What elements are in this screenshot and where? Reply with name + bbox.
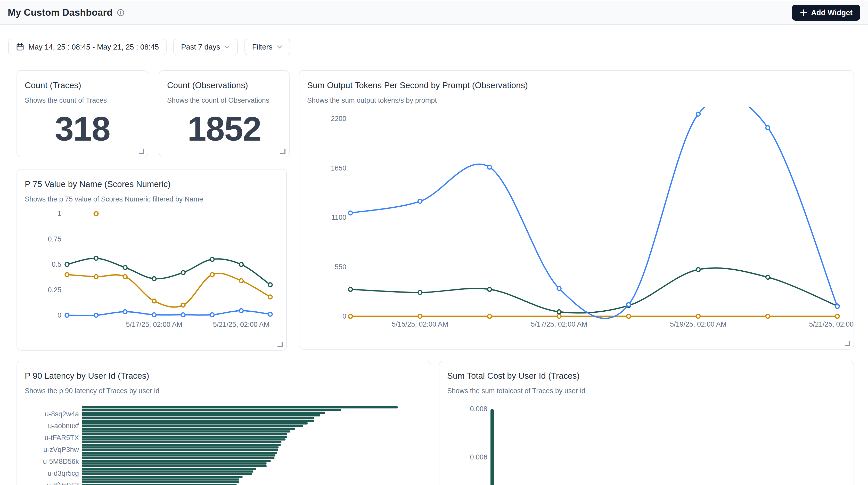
x-axis-tick: 5/21/25, 02:00 AM bbox=[213, 321, 270, 328]
point-series-amber bbox=[123, 275, 127, 279]
widget-title: Sum Total Cost by User Id (Traces) bbox=[447, 371, 580, 381]
widget-title: Count (Traces) bbox=[25, 81, 81, 90]
latency-bar bbox=[82, 468, 256, 470]
y-axis-tick: 0.006 bbox=[470, 453, 487, 461]
x-axis-tick: 5/21/25, 02:00 AM bbox=[809, 321, 854, 328]
y-axis-tick: 0.25 bbox=[48, 286, 61, 294]
add-widget-label: Add Widget bbox=[811, 8, 852, 17]
latency-bar bbox=[82, 412, 325, 414]
y-axis-tick: 0 bbox=[342, 312, 346, 320]
point-series-teal bbox=[696, 268, 700, 271]
latency-bar bbox=[82, 409, 341, 411]
latency-bar bbox=[82, 406, 398, 408]
point-series-teal bbox=[239, 263, 243, 267]
widget-subtitle: Shows the p 90 latency of Traces by user… bbox=[25, 387, 159, 395]
point-series-amber bbox=[210, 273, 214, 277]
filters-dropdown[interactable]: Filters bbox=[245, 39, 290, 55]
y-axis-tick: 1 bbox=[58, 210, 61, 217]
point-series-blue bbox=[418, 200, 422, 203]
latency-bar bbox=[82, 452, 277, 454]
point-series-teal bbox=[181, 271, 185, 274]
widget-title: P 90 Latency by User Id (Traces) bbox=[25, 371, 149, 381]
date-range-picker[interactable]: May 14, 25 : 08:45 - May 21, 25 : 08:45 bbox=[8, 39, 166, 55]
latency-bar bbox=[82, 414, 320, 416]
point-series-teal bbox=[152, 277, 156, 281]
point-single-point-amber bbox=[94, 212, 98, 216]
x-axis-tick: 5/17/25, 02:00 AM bbox=[126, 321, 182, 328]
latency-bar bbox=[82, 441, 281, 443]
add-widget-button[interactable]: Add Widget bbox=[792, 5, 860, 21]
widget-subtitle: Shows the sum output tokens/s by prompt bbox=[307, 96, 437, 104]
y-axis-tick: 0.75 bbox=[48, 235, 61, 243]
point-series-teal bbox=[349, 287, 352, 291]
latency-bar bbox=[82, 478, 239, 480]
latency-bar bbox=[82, 438, 285, 441]
point-series-amber bbox=[696, 314, 700, 319]
latency-bar bbox=[82, 420, 314, 422]
point-series-blue bbox=[152, 313, 156, 317]
point-series-teal bbox=[210, 257, 214, 261]
point-series-blue bbox=[239, 309, 243, 313]
filter-toolbar: May 14, 25 : 08:45 - May 21, 25 : 08:45 … bbox=[8, 39, 290, 55]
page-title: My Custom Dashboard bbox=[8, 7, 113, 18]
latency-bar bbox=[82, 454, 275, 456]
latency-bar bbox=[82, 425, 303, 427]
point-series-blue bbox=[181, 313, 185, 317]
x-axis-tick: 5/15/25, 02:00 AM bbox=[392, 321, 448, 328]
calendar-icon bbox=[16, 43, 24, 51]
latency-bar bbox=[82, 417, 314, 419]
p75-line-chart: 00.250.50.7515/17/25, 02:00 AM5/21/25, 0… bbox=[17, 203, 287, 350]
resize-handle[interactable] bbox=[845, 341, 850, 346]
widget-title: Count (Observations) bbox=[167, 81, 248, 90]
y-axis-tick: 550 bbox=[335, 263, 346, 271]
point-series-amber bbox=[152, 299, 156, 303]
count-observations-value: 1852 bbox=[159, 110, 289, 148]
range-preset-dropdown[interactable]: Past 7 days bbox=[173, 39, 238, 55]
latency-bar bbox=[82, 430, 290, 432]
widget-card-sum-total-cost: Sum Total Cost by User Id (Traces) Shows… bbox=[439, 361, 854, 485]
latency-bar bbox=[82, 484, 237, 485]
point-series-blue bbox=[836, 304, 839, 308]
point-series-amber bbox=[239, 279, 243, 283]
latency-bar bbox=[82, 449, 278, 451]
point-series-amber bbox=[836, 314, 839, 319]
latency-bar bbox=[82, 444, 281, 446]
point-series-teal bbox=[65, 263, 69, 267]
resize-handle[interactable] bbox=[139, 149, 144, 154]
y-axis-tick: 0.008 bbox=[470, 405, 487, 413]
y-axis-tick: 1650 bbox=[331, 164, 346, 172]
resize-handle[interactable] bbox=[277, 342, 283, 347]
widget-subtitle: Shows the count of Observations bbox=[167, 96, 269, 104]
point-series-amber bbox=[766, 314, 770, 319]
range-preset-label: Past 7 days bbox=[181, 43, 220, 51]
point-series-amber bbox=[65, 273, 69, 277]
latency-bar bbox=[82, 481, 239, 483]
cost-bar-chart: 0.0060.008 bbox=[439, 400, 854, 485]
info-icon[interactable] bbox=[117, 9, 125, 17]
point-series-teal bbox=[488, 287, 492, 291]
filters-label: Filters bbox=[252, 43, 273, 51]
point-series-amber bbox=[557, 314, 561, 319]
latency-bar bbox=[82, 473, 252, 475]
latency-bar bbox=[82, 436, 287, 438]
line-series-teal bbox=[350, 268, 837, 313]
point-series-amber bbox=[627, 314, 630, 319]
chevron-down-icon bbox=[224, 45, 230, 49]
point-series-teal bbox=[557, 310, 561, 314]
widget-card-p75-value: P 75 Value by Name (Scores Numeric) Show… bbox=[17, 169, 287, 351]
widget-subtitle: Shows the count of Traces bbox=[25, 96, 107, 104]
cost-bar bbox=[491, 409, 494, 485]
point-series-amber bbox=[349, 314, 352, 319]
latency-bar bbox=[82, 470, 253, 472]
widget-title: Sum Output Tokens Per Second by Prompt (… bbox=[307, 81, 528, 90]
latency-bar bbox=[82, 457, 274, 459]
count-traces-value: 318 bbox=[17, 110, 148, 148]
resize-handle[interactable] bbox=[280, 149, 285, 154]
latency-bar bbox=[82, 428, 295, 430]
point-series-blue bbox=[627, 303, 630, 306]
widget-subtitle: Shows the p 75 value of Scores Numeric f… bbox=[25, 195, 203, 203]
y-axis-tick: 1100 bbox=[331, 214, 346, 221]
point-series-blue bbox=[696, 112, 700, 116]
widget-title: P 75 Value by Name (Scores Numeric) bbox=[25, 179, 171, 189]
point-series-blue bbox=[557, 286, 561, 291]
